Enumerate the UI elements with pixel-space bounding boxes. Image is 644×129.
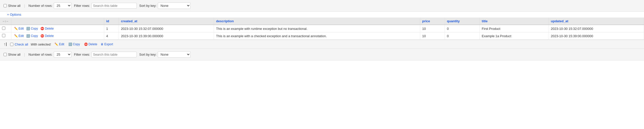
show-all-bottom-checkbox[interactable] <box>4 53 7 56</box>
header-updated-at[interactable]: updated_at <box>549 18 644 25</box>
bulk-copy-label: Copy <box>73 42 80 46</box>
show-all-container: Show all <box>4 4 20 8</box>
row-title-0: First Product <box>480 25 549 32</box>
filter-bottom-container: Filter rows: <box>74 52 137 57</box>
show-all-bottom-container: Show all <box>4 53 20 56</box>
copy-label-1: Copy <box>31 34 38 38</box>
bottom-toolbar: Show all | Number of rows: 25 50 100 Fil… <box>0 49 644 60</box>
delete-label-0: Delete <box>45 27 54 30</box>
divider-2: | <box>24 53 25 57</box>
sort-select-top[interactable]: None <box>158 3 191 9</box>
num-rows-container: Number of rows: 25 50 100 <box>29 3 71 9</box>
sort-bottom-container: Sort by key: None <box>139 51 191 58</box>
row-description-0: This is an example with runtime exceptio… <box>214 25 420 32</box>
divider-1: | <box>24 4 25 8</box>
sort-bottom-label: Sort by key: <box>139 53 157 56</box>
delete-icon <box>84 42 88 46</box>
num-rows-bottom-container: Number of rows: 25 50 100 <box>29 51 71 58</box>
header-checkbox-col: →↑← <box>0 18 11 25</box>
copy-icon-1 <box>26 34 30 38</box>
sort-arrows[interactable]: →↑← <box>2 20 9 23</box>
copy-label-0: Copy <box>31 27 38 30</box>
pencil-icon <box>14 27 18 30</box>
copy-icon-0 <box>26 27 30 30</box>
edit-button-1[interactable]: Edit <box>13 34 25 38</box>
export-icon <box>100 42 103 46</box>
filter-container: Filter rows: <box>74 3 137 9</box>
row-description-1: This is an example with a checked except… <box>214 32 420 40</box>
bulk-delete-button[interactable]: Delete <box>83 42 98 46</box>
delete-button-0[interactable]: Delete <box>40 27 55 31</box>
row-price-1: 10 <box>420 32 445 40</box>
check-all-checkbox[interactable] <box>10 43 13 46</box>
delete-icon-1 <box>40 34 44 38</box>
copy-button-0[interactable]: Copy <box>25 27 39 31</box>
header-created-at[interactable]: created_at <box>119 18 214 25</box>
bulk-export-label: Export <box>104 42 113 46</box>
delete-label-1: Delete <box>45 34 54 38</box>
search-input-top[interactable] <box>91 3 137 9</box>
filter-label: Filter rows: <box>74 4 90 8</box>
header-actions-col <box>11 18 104 25</box>
sort-select-bottom[interactable]: None <box>158 51 191 58</box>
pencil-icon <box>14 34 18 38</box>
show-all-bottom-label: Show all <box>8 53 20 56</box>
row-created-at-0: 2023-10-30 15:32:07.000000 <box>119 25 214 32</box>
row-updated-at-1: 2023-10-30 15:39:00.000000 <box>549 32 644 40</box>
data-table: →↑← id created_at description price quan… <box>0 18 644 40</box>
scroll-up-icon[interactable]: ↑ <box>4 42 7 47</box>
row-updated-at-0: 2023-10-30 15:32:07.000000 <box>549 25 644 32</box>
show-all-label: Show all <box>8 4 20 8</box>
bulk-copy-button[interactable]: Copy <box>68 42 81 46</box>
row-id-0: 1 <box>104 25 119 32</box>
row-title-1: Example 1a Product <box>480 32 549 40</box>
header-quantity[interactable]: quantity <box>445 18 480 25</box>
table-body: Edit Copy Delete 1 2023-10-30 15:32:07.0… <box>0 25 644 40</box>
row-actions-cell: Edit Copy Delete <box>11 25 104 32</box>
num-rows-bottom-select[interactable]: 25 50 100 <box>54 51 71 58</box>
row-checkbox-0[interactable] <box>2 27 5 30</box>
table-row: Edit Copy Delete 4 2023-10-30 15:39:00.0… <box>0 32 644 40</box>
table-row: Edit Copy Delete 1 2023-10-30 15:32:07.0… <box>0 25 644 32</box>
bottom-action-bar: ↑ Check all With selected: Edit Copy Del… <box>0 40 644 49</box>
edit-label-1: Edit <box>19 34 24 38</box>
row-quantity-1: 0 <box>445 32 480 40</box>
row-created-at-1: 2023-10-30 15:39:00.000000 <box>119 32 214 40</box>
bulk-edit-button[interactable]: Edit <box>54 42 65 46</box>
header-title[interactable]: title <box>480 18 549 25</box>
bulk-delete-label: Delete <box>89 42 97 46</box>
sort-label: Sort by key: <box>139 4 157 8</box>
bottom-actions-container: Check all With selected: Edit Copy Delet… <box>10 42 113 46</box>
delete-button-1[interactable]: Delete <box>40 34 55 38</box>
edit-label-0: Edit <box>19 27 24 30</box>
row-quantity-0: 0 <box>445 25 480 32</box>
filter-bottom-label: Filter rows: <box>74 53 90 56</box>
top-toolbar: Show all | Number of rows: 25 50 100 Fil… <box>0 0 644 12</box>
check-all-label[interactable]: Check all <box>10 42 28 46</box>
options-link[interactable]: + Options <box>4 12 25 17</box>
bulk-export-button[interactable]: Export <box>100 42 113 46</box>
header-id[interactable]: id <box>104 18 119 25</box>
table-header-row: →↑← id created_at description price quan… <box>0 18 644 25</box>
options-bar: + Options <box>0 12 644 18</box>
row-price-0: 10 <box>420 25 445 32</box>
table-wrapper: →↑← id created_at description price quan… <box>0 18 644 40</box>
copy-icon <box>68 42 72 46</box>
check-all-text: Check all <box>15 42 28 46</box>
num-rows-select[interactable]: 25 50 100 <box>54 3 71 9</box>
num-rows-label: Number of rows: <box>29 4 52 8</box>
sort-container: Sort by key: None <box>139 3 191 9</box>
num-rows-bottom-label: Number of rows: <box>29 53 52 56</box>
pencil-icon <box>55 42 58 46</box>
delete-icon-0 <box>40 27 44 30</box>
copy-button-1[interactable]: Copy <box>25 34 39 38</box>
row-checkbox-cell <box>0 32 11 40</box>
with-selected-label: With selected: <box>31 42 51 46</box>
search-input-bottom[interactable] <box>91 52 137 57</box>
header-price[interactable]: price <box>420 18 445 25</box>
row-checkbox-1[interactable] <box>2 34 5 37</box>
header-description[interactable]: description <box>214 18 420 25</box>
edit-button-0[interactable]: Edit <box>13 27 25 31</box>
show-all-checkbox[interactable] <box>4 4 7 7</box>
row-id-1: 4 <box>104 32 119 40</box>
